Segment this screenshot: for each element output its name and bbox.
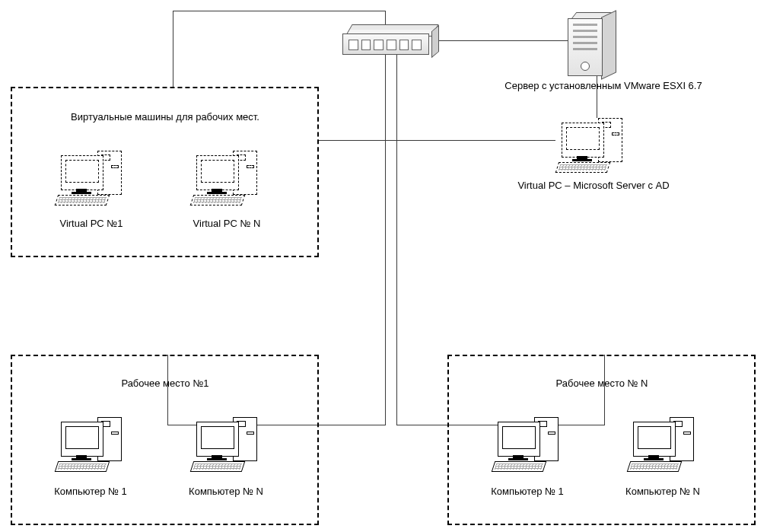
server-icon: [568, 12, 621, 77]
virtual-pc-n-label: Virtual PC № N: [181, 218, 272, 229]
virtual-pc-1-label: Virtual PC №1: [46, 218, 137, 229]
workplace-n-pc-n-label: Компьютер № N: [613, 486, 712, 497]
virtual-pc-1-icon: [55, 151, 123, 204]
diagram-canvas: Сервер с установленным VMware ESXI 6.7 V…: [0, 0, 767, 532]
workplace-1-title: Рабочее место №1: [40, 377, 291, 389]
workplace-n-pc-n-icon: [627, 417, 695, 470]
workplace-n-title: Рабочее место № N: [476, 377, 727, 389]
virtual-pc-n-icon: [190, 151, 259, 204]
workplace-1-pc-n-label: Компьютер № N: [177, 486, 275, 497]
workplace-n-pc-1-icon: [492, 417, 560, 470]
server-label: Сервер с установленным VMware ESXI 6.7: [478, 80, 729, 91]
network-switch-icon: [342, 24, 434, 55]
connector: [173, 11, 173, 87]
connector: [385, 140, 555, 141]
workplace-1-pc-1-label: Компьютер № 1: [41, 486, 140, 497]
virtual-ad-pc-icon: [555, 118, 624, 171]
connector: [319, 140, 386, 141]
connector: [434, 40, 568, 41]
group-virtual-title: Виртуальные машины для рабочих мест.: [40, 111, 291, 123]
workplace-n-pc-1-label: Компьютер № 1: [478, 486, 577, 497]
connector: [385, 55, 386, 425]
connector: [396, 55, 397, 425]
workplace-1-pc-n-icon: [190, 417, 259, 470]
workplace-1-pc-1-icon: [55, 417, 123, 470]
virtual-ad-label: Virtual PC – Microsoft Server с AD: [479, 180, 708, 191]
connector: [173, 11, 386, 11]
connector: [385, 11, 386, 24]
